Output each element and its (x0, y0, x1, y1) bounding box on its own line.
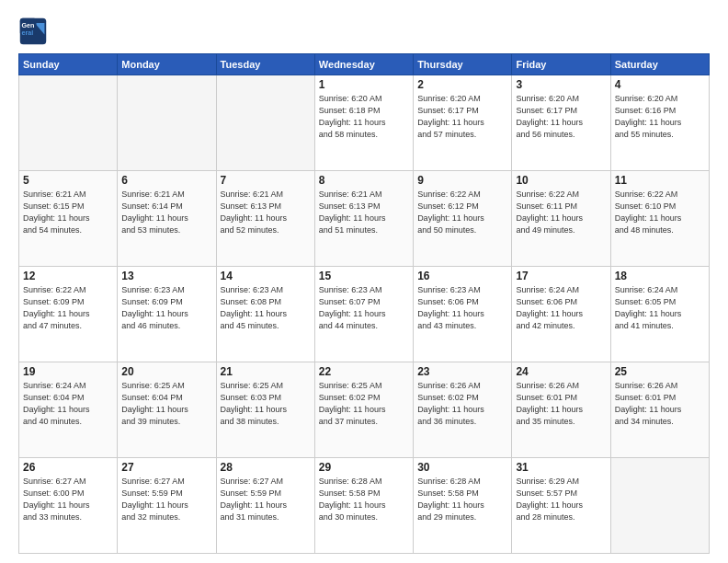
day-info: Sunrise: 6:21 AM Sunset: 6:13 PM Dayligh… (319, 189, 409, 236)
day-number: 22 (319, 365, 409, 378)
day-cell: 18Sunrise: 6:24 AM Sunset: 6:05 PM Dayli… (610, 267, 709, 362)
day-number: 9 (417, 174, 507, 187)
day-cell: 27Sunrise: 6:27 AM Sunset: 5:59 PM Dayli… (118, 458, 216, 554)
day-number: 29 (319, 461, 409, 474)
day-cell: 20Sunrise: 6:25 AM Sunset: 6:04 PM Dayli… (118, 362, 216, 458)
header: Gen eral (18, 17, 710, 46)
week-row-3: 12Sunrise: 6:22 AM Sunset: 6:09 PM Dayli… (19, 267, 710, 362)
day-cell: 6Sunrise: 6:21 AM Sunset: 6:14 PM Daylig… (118, 171, 216, 267)
day-cell: 29Sunrise: 6:28 AM Sunset: 5:58 PM Dayli… (314, 458, 413, 554)
day-cell: 15Sunrise: 6:23 AM Sunset: 6:07 PM Dayli… (314, 267, 413, 362)
day-number: 7 (221, 174, 311, 187)
week-row-2: 5Sunrise: 6:21 AM Sunset: 6:15 PM Daylig… (19, 171, 710, 267)
day-info: Sunrise: 6:24 AM Sunset: 6:06 PM Dayligh… (516, 284, 606, 332)
weekday-header-saturday: Saturday (610, 54, 709, 75)
week-row-5: 26Sunrise: 6:27 AM Sunset: 6:00 PM Dayli… (19, 458, 710, 554)
day-cell: 16Sunrise: 6:23 AM Sunset: 6:06 PM Dayli… (414, 267, 512, 362)
day-cell: 7Sunrise: 6:21 AM Sunset: 6:13 PM Daylig… (216, 171, 314, 267)
day-number: 11 (615, 174, 705, 187)
day-number: 20 (121, 365, 211, 378)
day-cell: 25Sunrise: 6:26 AM Sunset: 6:01 PM Dayli… (610, 362, 709, 458)
day-cell: 5Sunrise: 6:21 AM Sunset: 6:15 PM Daylig… (19, 171, 118, 267)
day-info: Sunrise: 6:23 AM Sunset: 6:07 PM Dayligh… (319, 284, 409, 332)
day-number: 18 (615, 270, 705, 282)
day-info: Sunrise: 6:21 AM Sunset: 6:14 PM Dayligh… (121, 189, 211, 236)
day-info: Sunrise: 6:27 AM Sunset: 5:59 PM Dayligh… (221, 476, 311, 523)
day-info: Sunrise: 6:27 AM Sunset: 5:59 PM Dayligh… (121, 476, 211, 523)
day-cell (19, 75, 118, 171)
day-info: Sunrise: 6:26 AM Sunset: 6:01 PM Dayligh… (615, 380, 705, 428)
day-cell: 21Sunrise: 6:25 AM Sunset: 6:03 PM Dayli… (216, 362, 314, 458)
day-cell: 4Sunrise: 6:20 AM Sunset: 6:16 PM Daylig… (610, 75, 709, 171)
weekday-header-friday: Friday (512, 54, 610, 75)
day-cell: 14Sunrise: 6:23 AM Sunset: 6:08 PM Dayli… (216, 267, 314, 362)
day-number: 2 (417, 78, 507, 91)
day-info: Sunrise: 6:20 AM Sunset: 6:18 PM Dayligh… (319, 93, 409, 141)
day-number: 17 (516, 270, 606, 282)
day-info: Sunrise: 6:27 AM Sunset: 6:00 PM Dayligh… (23, 476, 113, 523)
day-info: Sunrise: 6:23 AM Sunset: 6:06 PM Dayligh… (417, 284, 507, 332)
day-info: Sunrise: 6:21 AM Sunset: 6:13 PM Dayligh… (221, 189, 311, 236)
day-number: 12 (23, 270, 113, 282)
day-number: 27 (121, 461, 211, 474)
day-info: Sunrise: 6:20 AM Sunset: 6:17 PM Dayligh… (516, 93, 606, 141)
day-info: Sunrise: 6:20 AM Sunset: 6:16 PM Dayligh… (615, 93, 705, 141)
day-number: 1 (319, 78, 409, 91)
weekday-header-thursday: Thursday (414, 54, 512, 75)
day-info: Sunrise: 6:24 AM Sunset: 6:05 PM Dayligh… (615, 284, 705, 332)
weekday-header-row: SundayMondayTuesdayWednesdayThursdayFrid… (19, 54, 710, 75)
svg-text:eral: eral (22, 29, 34, 37)
day-cell: 26Sunrise: 6:27 AM Sunset: 6:00 PM Dayli… (19, 458, 118, 554)
day-info: Sunrise: 6:21 AM Sunset: 6:15 PM Dayligh… (23, 189, 113, 236)
day-cell: 9Sunrise: 6:22 AM Sunset: 6:12 PM Daylig… (414, 171, 512, 267)
day-number: 4 (615, 78, 705, 91)
day-info: Sunrise: 6:26 AM Sunset: 6:02 PM Dayligh… (417, 380, 507, 428)
day-number: 10 (516, 174, 606, 187)
weekday-header-sunday: Sunday (19, 54, 118, 75)
day-number: 16 (417, 270, 507, 282)
day-number: 28 (221, 461, 311, 474)
day-cell (118, 75, 216, 171)
day-cell: 24Sunrise: 6:26 AM Sunset: 6:01 PM Dayli… (512, 362, 610, 458)
day-info: Sunrise: 6:28 AM Sunset: 5:58 PM Dayligh… (319, 476, 409, 523)
week-row-1: 1Sunrise: 6:20 AM Sunset: 6:18 PM Daylig… (19, 75, 710, 171)
day-cell: 10Sunrise: 6:22 AM Sunset: 6:11 PM Dayli… (512, 171, 610, 267)
day-cell: 2Sunrise: 6:20 AM Sunset: 6:17 PM Daylig… (414, 75, 512, 171)
calendar-table: SundayMondayTuesdayWednesdayThursdayFrid… (18, 53, 710, 554)
weekday-header-wednesday: Wednesday (314, 54, 413, 75)
day-number: 19 (23, 365, 113, 378)
day-number: 26 (23, 461, 113, 474)
day-info: Sunrise: 6:22 AM Sunset: 6:09 PM Dayligh… (23, 284, 113, 332)
day-info: Sunrise: 6:23 AM Sunset: 6:08 PM Dayligh… (221, 284, 311, 332)
day-info: Sunrise: 6:20 AM Sunset: 6:17 PM Dayligh… (417, 93, 507, 141)
day-number: 24 (516, 365, 606, 378)
day-number: 13 (121, 270, 211, 282)
day-cell: 1Sunrise: 6:20 AM Sunset: 6:18 PM Daylig… (314, 75, 413, 171)
day-cell: 22Sunrise: 6:25 AM Sunset: 6:02 PM Dayli… (314, 362, 413, 458)
day-cell: 30Sunrise: 6:28 AM Sunset: 5:58 PM Dayli… (414, 458, 512, 554)
day-cell: 19Sunrise: 6:24 AM Sunset: 6:04 PM Dayli… (19, 362, 118, 458)
day-cell: 28Sunrise: 6:27 AM Sunset: 5:59 PM Dayli… (216, 458, 314, 554)
day-number: 14 (221, 270, 311, 282)
day-cell: 17Sunrise: 6:24 AM Sunset: 6:06 PM Dayli… (512, 267, 610, 362)
day-info: Sunrise: 6:26 AM Sunset: 6:01 PM Dayligh… (516, 380, 606, 428)
day-info: Sunrise: 6:23 AM Sunset: 6:09 PM Dayligh… (121, 284, 211, 332)
weekday-header-tuesday: Tuesday (216, 54, 314, 75)
day-number: 23 (417, 365, 507, 378)
page: Gen eral SundayMondayTuesdayWednesdayThu… (0, 0, 728, 563)
day-number: 3 (516, 78, 606, 91)
day-cell: 12Sunrise: 6:22 AM Sunset: 6:09 PM Dayli… (19, 267, 118, 362)
day-number: 25 (615, 365, 705, 378)
day-info: Sunrise: 6:22 AM Sunset: 6:10 PM Dayligh… (615, 189, 705, 236)
day-cell: 8Sunrise: 6:21 AM Sunset: 6:13 PM Daylig… (314, 171, 413, 267)
day-info: Sunrise: 6:22 AM Sunset: 6:11 PM Dayligh… (516, 189, 606, 236)
day-info: Sunrise: 6:29 AM Sunset: 5:57 PM Dayligh… (516, 476, 606, 523)
day-number: 15 (319, 270, 409, 282)
day-number: 30 (417, 461, 507, 474)
logo: Gen eral (18, 17, 51, 46)
day-info: Sunrise: 6:28 AM Sunset: 5:58 PM Dayligh… (417, 476, 507, 523)
day-info: Sunrise: 6:22 AM Sunset: 6:12 PM Dayligh… (417, 189, 507, 236)
day-number: 6 (121, 174, 211, 187)
day-number: 8 (319, 174, 409, 187)
day-info: Sunrise: 6:25 AM Sunset: 6:03 PM Dayligh… (221, 380, 311, 428)
